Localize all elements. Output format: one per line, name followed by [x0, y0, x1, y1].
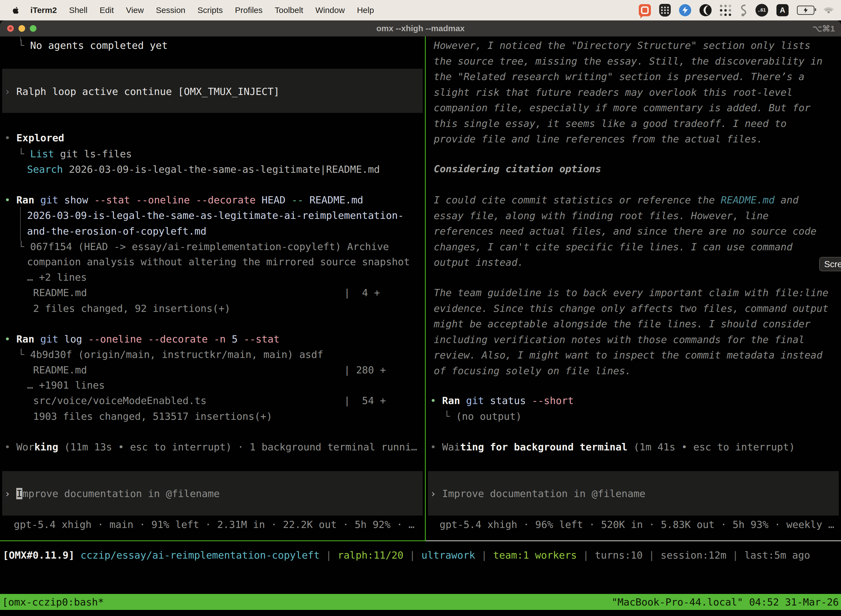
hook-icon[interactable] — [740, 4, 747, 16]
terminal-line: • Ran git log --oneline --decorate -n 5 … — [4, 331, 280, 347]
crescent-icon[interactable] — [699, 4, 712, 16]
pane-border-bottom-left — [0, 540, 426, 541]
terminal-line: gpt-5.4 xhigh · main · 91% left · 2.31M … — [14, 517, 415, 532]
terminal-line: … +1901 lines — [27, 377, 105, 393]
terminal-line: output instead. — [434, 254, 523, 270]
terminal-line: references need actual files, and since … — [434, 223, 816, 239]
terminal-line: └ (no output) — [444, 408, 522, 424]
iterm2-window: omx --xhigh --madmax ⌥⌘1 └ No agents com… — [0, 21, 841, 616]
terminal-line: README.md | 4 + — [33, 285, 380, 301]
menu-window[interactable]: Window — [315, 6, 345, 15]
window-title-bar: omx --xhigh --madmax ⌥⌘1 — [0, 21, 841, 37]
terminal-line: 1903 files changed, 513517 insertions(+) — [33, 408, 273, 424]
terminal-line: [OMX#0.11.9] cczip/essay/ai-reimplementa… — [3, 547, 810, 563]
terminal-line: Considering citation options — [434, 161, 601, 177]
terminal-line: • Ran git status --short — [430, 393, 574, 409]
menu-toolbelt[interactable]: Toolbelt — [275, 6, 303, 15]
terminal-line: src/voice/voiceModeEnabled.ts | 54 + — [33, 393, 386, 409]
terminal-line: I could cite commit statistics or refere… — [434, 192, 799, 208]
timer-badge-icon[interactable]: ..61 — [756, 4, 768, 16]
input-source-icon[interactable]: A — [777, 4, 788, 16]
keyboard-shield-icon[interactable] — [659, 4, 671, 16]
minimize-button[interactable] — [19, 25, 25, 32]
terminal-line: README.md | 280 + — [33, 362, 386, 378]
terminal-line: └ No agents completed yet — [18, 38, 168, 54]
menu-session[interactable]: Session — [156, 6, 185, 15]
input-source-label: A — [780, 6, 785, 15]
terminal-line: provide file and line references from th… — [434, 131, 763, 147]
macos-menu-bar: iTerm2ShellEditViewSessionScriptsProfile… — [0, 0, 841, 21]
window-shortcut-badge: ⌥⌘1 — [813, 24, 835, 34]
terminal-line: 2026-03-09-is-legal-the-same-as-legitima… — [27, 208, 404, 224]
menu-profiles[interactable]: Profiles — [235, 6, 262, 15]
terminal-line: companion analysis without altering the … — [27, 254, 410, 270]
traffic-lights — [7, 25, 37, 32]
menu-bar-status-icons: ..61 A — [639, 4, 834, 16]
terminal-line: essay file, along with finding root file… — [434, 208, 769, 224]
terminal-line: However, I noticed the "Directory Struct… — [434, 38, 810, 54]
pane-border-bottom-right — [426, 540, 841, 541]
terminal-line: gpt-5.4 xhigh · 96% left · 520K in · 5.8… — [440, 517, 834, 532]
terminal-line: and-the-erosion-of-copyleft.md — [27, 223, 207, 239]
terminal-line: • Ran git show --stat --oneline --decora… — [4, 192, 363, 208]
terminal-line: this single essay, it seems like a good … — [434, 116, 787, 132]
tmux-host-time: "MacBook-Pro-44.local" 04:52 31-Mar-26 — [611, 596, 839, 608]
screen-tooltip[interactable]: Scre — [819, 257, 841, 271]
terminal-line: Search 2026-03-09-is-legal-the-same-as-l… — [27, 161, 380, 177]
terminal-line: 2 files changed, 92 insertions(+) — [33, 301, 230, 317]
menu-scripts[interactable]: Scripts — [198, 6, 223, 15]
screen-tooltip-text: Scre — [824, 259, 841, 269]
terminal-line: including verification notes with those … — [434, 332, 804, 348]
chat-app-icon[interactable] — [639, 4, 651, 16]
terminal-line: • Working (11m 13s • esc to interrupt) ·… — [4, 439, 417, 455]
tmux-status-bar: [omx-cczip0:bash* "MacBook-Pro-44.local"… — [0, 594, 841, 610]
menu-view[interactable]: View — [126, 6, 144, 15]
wifi-icon[interactable] — [823, 6, 834, 15]
terminal-line: companion file, especially if more comme… — [434, 100, 810, 116]
terminal-line: the "Related research writing" section i… — [434, 69, 804, 85]
terminal-line: • Explored — [4, 130, 64, 146]
terminal-line: changes, I can't cite specific file line… — [434, 239, 793, 255]
tree-guide-line — [20, 207, 21, 241]
zoom-button[interactable] — [30, 25, 37, 32]
tmux-session-label: [omx-cczip0:bash* — [2, 596, 104, 608]
terminal-line: › Ralph loop active continue [OMX_TMUX_I… — [4, 84, 280, 100]
terminal-line: › Improve documentation in @filename — [430, 486, 645, 502]
terminal-line: … +2 lines — [27, 269, 87, 285]
timer-label: ..61 — [758, 7, 766, 13]
pane-divider-vertical[interactable] — [425, 37, 426, 541]
terminal-line: might be acceptable alongside the file l… — [434, 316, 810, 332]
terminal-line: └ 067f154 (HEAD -> essay/ai-reimplementa… — [18, 239, 389, 255]
terminal-line: └ 4b9d30f (origin/main, instructkr/main,… — [18, 347, 323, 363]
menu-items: iTerm2ShellEditViewSessionScriptsProfile… — [30, 6, 374, 15]
dots-grid-icon[interactable] — [720, 5, 731, 16]
lightning-bolt-icon[interactable] — [679, 4, 691, 16]
terminal-line: of focusing solely on file lines. — [434, 363, 631, 379]
terminal-line: › Improve documentation in @filename — [4, 486, 220, 502]
window-title: omx --xhigh --madmax — [377, 24, 464, 33]
apple-menu-icon[interactable] — [12, 6, 19, 15]
terminal-line: • Waiting for background terminal (1m 41… — [430, 439, 795, 455]
battery-charging-icon[interactable] — [797, 6, 815, 15]
terminal-area[interactable]: └ No agents completed yet› Ralph loop ac… — [0, 37, 841, 616]
terminal-line: └ List git ls-files — [18, 146, 132, 162]
terminal-line: slight risk that future readers may over… — [434, 84, 793, 100]
terminal-line: evidence. Since this change only affects… — [434, 301, 828, 317]
menu-help[interactable]: Help — [357, 6, 374, 15]
menu-iterm2[interactable]: iTerm2 — [30, 6, 57, 15]
terminal-line: the source tree, missing the essay. Stil… — [434, 53, 822, 69]
terminal-line: review. Also, I might want to inspect th… — [434, 347, 822, 363]
close-button[interactable] — [7, 25, 14, 32]
terminal-line: The team guideline is to back every impo… — [434, 285, 828, 301]
menu-edit[interactable]: Edit — [100, 6, 114, 15]
menu-shell[interactable]: Shell — [69, 6, 88, 15]
